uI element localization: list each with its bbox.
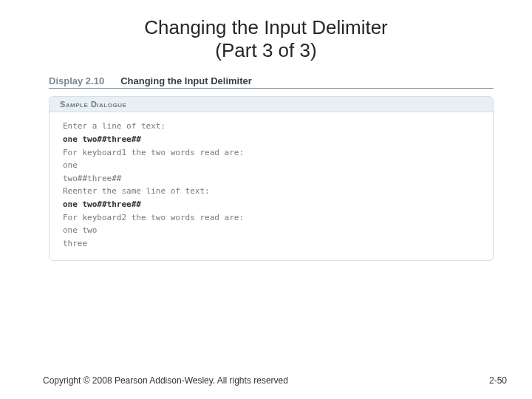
dialogue-line: Enter a line of text: <box>63 120 480 133</box>
title-line-2: (Part 3 of 3) <box>0 39 532 62</box>
copyright-text: Copyright © 2008 Pearson Addison-Wesley.… <box>43 375 288 386</box>
sample-dialogue-header: Sample Dialogue <box>50 97 493 112</box>
dialogue-line: one <box>63 159 480 172</box>
slide-title-block: Changing the Input Delimiter (Part 3 of … <box>0 0 532 69</box>
dialogue-line: three <box>63 237 480 250</box>
sample-dialogue-box: Sample Dialogue Enter a line of text:one… <box>49 96 494 261</box>
dialogue-line: one two##three## <box>63 133 480 146</box>
dialogue-line: Reenter the same line of text: <box>63 185 480 198</box>
dialogue-line: one two <box>63 224 480 237</box>
display-title: Changing the Input Delimiter <box>120 75 252 86</box>
dialogue-line: one two##three## <box>63 198 480 211</box>
dialogue-line: For keyboard1 the two words read are: <box>63 146 480 160</box>
slide-footer: Copyright © 2008 Pearson Addison-Wesley.… <box>43 375 507 386</box>
title-line-1: Changing the Input Delimiter <box>0 16 532 39</box>
figure-header: Display 2.10 Changing the Input Delimite… <box>49 75 494 89</box>
dialogue-line: two##three## <box>63 172 480 185</box>
dialogue-line: For keyboard2 the two words read are: <box>63 211 480 225</box>
figure-display: Display 2.10 Changing the Input Delimite… <box>49 75 494 261</box>
display-label: Display 2.10 <box>49 75 104 86</box>
dialogue-body: Enter a line of text:one two##three##For… <box>50 112 493 260</box>
page-number: 2-50 <box>489 375 507 386</box>
